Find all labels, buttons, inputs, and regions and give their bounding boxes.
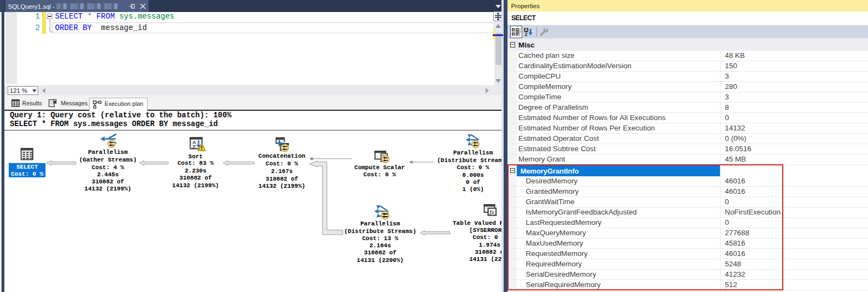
svg-text:(Distribute Streams): (Distribute Streams) (344, 228, 416, 235)
svg-text:SELECT: SELECT (16, 164, 38, 170)
svg-text:0 of: 0 of (466, 179, 481, 186)
svg-text:Cost: 13 %: Cost: 13 % (362, 235, 398, 242)
svg-text:Cost: 0 %: Cost: 0 % (473, 234, 503, 241)
svg-text:14131 (2200%): 14131 (2200%) (469, 256, 503, 263)
svg-text:2.445s: 2.445s (97, 171, 119, 178)
svg-text:Compute Scalar: Compute Scalar (355, 164, 405, 171)
svg-text:310882 of: 310882 of (364, 249, 397, 256)
svg-text:Parallelism: Parallelism (88, 149, 128, 156)
svg-text:310882 of: 310882 of (179, 175, 212, 181)
svg-text:Cost: 0 %: Cost: 0 % (457, 164, 489, 171)
svg-text:(Distribute Streams): (Distribute Streams) (437, 157, 503, 164)
svg-text:2.230s: 2.230s (185, 168, 206, 174)
svg-text:0.000s: 0.000s (462, 172, 484, 178)
svg-text:310882 of: 310882 of (265, 176, 298, 182)
svg-text:Cost: 0 %: Cost: 0 % (11, 171, 44, 177)
svg-text:310882 of: 310882 of (475, 249, 503, 255)
svg-text:Parallelism: Parallelism (361, 221, 400, 227)
svg-text:Concatenation: Concatenation (258, 153, 305, 159)
svg-text:14132 (2199%): 14132 (2199%) (258, 183, 305, 189)
svg-text:1 (0%): 1 (0%) (462, 186, 484, 193)
svg-text:Cost: 83 %: Cost: 83 % (178, 160, 214, 166)
svg-text:Z: Z (193, 144, 196, 150)
svg-text:(Gather Streams): (Gather Streams) (79, 157, 137, 163)
svg-text:2.167s: 2.167s (271, 168, 293, 175)
svg-text:Parallelism: Parallelism (453, 150, 493, 156)
svg-text:Table Valued Function: Table Valued Function (453, 220, 503, 227)
svg-text:14132 (2199%): 14132 (2199%) (85, 186, 132, 192)
svg-text:310882 of: 310882 of (92, 178, 125, 185)
svg-text:[SYSERRORMESSAGES]: [SYSERRORMESSAGES] (469, 227, 503, 234)
svg-text:2.164s: 2.164s (369, 242, 391, 249)
svg-text:Cost: 0 %: Cost: 0 % (363, 171, 396, 178)
svg-text:Sort: Sort (188, 153, 203, 160)
svg-text:1.974s: 1.974s (479, 242, 500, 248)
svg-text:Z: Z (525, 32, 528, 37)
svg-text:Cost: 4 %: Cost: 4 % (92, 164, 125, 171)
svg-text:14131 (2200%): 14131 (2200%) (357, 257, 404, 264)
svg-text:Cost: 0 %: Cost: 0 % (265, 160, 298, 167)
svg-text:fx: fx (490, 210, 494, 215)
svg-text:14132 (2199%): 14132 (2199%) (172, 182, 219, 189)
